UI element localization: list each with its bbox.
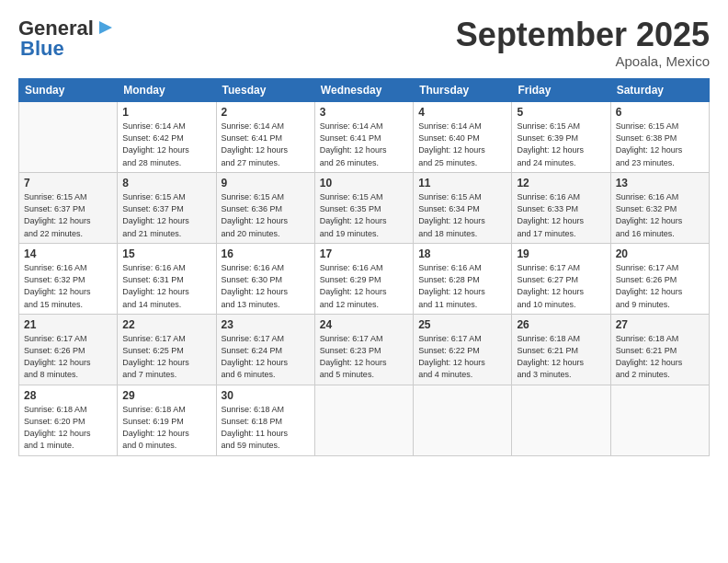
day-info: Sunrise: 6:14 AM Sunset: 6:42 PM Dayligh… (122, 121, 210, 168)
calendar-cell: 22Sunrise: 6:17 AM Sunset: 6:25 PM Dayli… (118, 314, 216, 385)
day-info: Sunrise: 6:16 AM Sunset: 6:33 PM Dayligh… (517, 191, 605, 239)
day-info: Sunrise: 6:18 AM Sunset: 6:20 PM Dayligh… (24, 404, 112, 452)
day-number: 24 (320, 317, 408, 333)
calendar-cell: 15Sunrise: 6:16 AM Sunset: 6:31 PM Dayli… (118, 243, 216, 314)
calendar-cell: 7Sunrise: 6:15 AM Sunset: 6:37 PM Daylig… (19, 172, 118, 243)
day-number: 2 (222, 105, 310, 121)
day-info: Sunrise: 6:15 AM Sunset: 6:37 PM Dayligh… (24, 191, 112, 239)
day-info: Sunrise: 6:15 AM Sunset: 6:34 PM Dayligh… (418, 191, 506, 239)
day-info: Sunrise: 6:16 AM Sunset: 6:30 PM Dayligh… (222, 262, 310, 310)
calendar-cell (314, 385, 413, 455)
calendar-cell: 10Sunrise: 6:15 AM Sunset: 6:35 PM Dayli… (314, 172, 413, 243)
day-number: 8 (122, 176, 210, 191)
calendar-body: 1Sunrise: 6:14 AM Sunset: 6:42 PM Daylig… (19, 101, 710, 455)
day-info: Sunrise: 6:16 AM Sunset: 6:32 PM Dayligh… (616, 191, 704, 239)
day-info: Sunrise: 6:17 AM Sunset: 6:26 PM Dayligh… (616, 262, 704, 310)
calendar-cell: 23Sunrise: 6:17 AM Sunset: 6:24 PM Dayli… (216, 314, 314, 385)
day-info: Sunrise: 6:14 AM Sunset: 6:41 PM Dayligh… (222, 121, 310, 168)
calendar-cell: 17Sunrise: 6:16 AM Sunset: 6:29 PM Dayli… (314, 243, 413, 314)
day-number: 9 (222, 176, 310, 191)
calendar-cell: 28Sunrise: 6:18 AM Sunset: 6:20 PM Dayli… (19, 385, 118, 455)
day-number: 23 (222, 317, 310, 333)
col-header-monday: Monday (118, 78, 216, 101)
calendar-cell: 3Sunrise: 6:14 AM Sunset: 6:41 PM Daylig… (314, 101, 413, 172)
day-number: 11 (418, 176, 506, 191)
day-info: Sunrise: 6:17 AM Sunset: 6:24 PM Dayligh… (222, 333, 310, 381)
day-number: 25 (418, 317, 506, 333)
logo: General Blue (18, 17, 116, 61)
calendar-cell: 9Sunrise: 6:15 AM Sunset: 6:36 PM Daylig… (216, 172, 314, 243)
calendar-cell: 19Sunrise: 6:17 AM Sunset: 6:27 PM Dayli… (512, 243, 610, 314)
col-header-tuesday: Tuesday (216, 78, 314, 101)
page: General Blue September 2025 Apoala, Mexi… (0, 0, 728, 563)
day-info: Sunrise: 6:18 AM Sunset: 6:18 PM Dayligh… (222, 404, 310, 452)
location-title: Apoala, Mexico (456, 53, 710, 69)
day-info: Sunrise: 6:18 AM Sunset: 6:19 PM Dayligh… (122, 404, 210, 452)
day-number: 14 (24, 247, 112, 262)
calendar-week-row: 7Sunrise: 6:15 AM Sunset: 6:37 PM Daylig… (19, 172, 710, 243)
day-info: Sunrise: 6:15 AM Sunset: 6:37 PM Dayligh… (122, 191, 210, 239)
calendar-cell: 11Sunrise: 6:15 AM Sunset: 6:34 PM Dayli… (414, 172, 512, 243)
day-number: 22 (122, 317, 210, 333)
calendar-cell: 16Sunrise: 6:16 AM Sunset: 6:30 PM Dayli… (216, 243, 314, 314)
calendar-cell (610, 385, 709, 455)
calendar-cell: 25Sunrise: 6:17 AM Sunset: 6:22 PM Dayli… (414, 314, 512, 385)
calendar-cell (19, 101, 118, 172)
day-number: 26 (517, 317, 605, 333)
calendar-cell: 4Sunrise: 6:14 AM Sunset: 6:40 PM Daylig… (414, 101, 512, 172)
day-info: Sunrise: 6:16 AM Sunset: 6:31 PM Dayligh… (122, 262, 210, 310)
day-number: 16 (222, 247, 310, 262)
day-number: 4 (418, 105, 506, 121)
calendar-cell: 24Sunrise: 6:17 AM Sunset: 6:23 PM Dayli… (314, 314, 413, 385)
day-number: 21 (24, 317, 112, 333)
calendar-cell: 30Sunrise: 6:18 AM Sunset: 6:18 PM Dayli… (216, 385, 314, 455)
calendar-header-row: SundayMondayTuesdayWednesdayThursdayFrid… (19, 78, 710, 101)
day-info: Sunrise: 6:18 AM Sunset: 6:21 PM Dayligh… (616, 333, 704, 381)
calendar-cell: 14Sunrise: 6:16 AM Sunset: 6:32 PM Dayli… (19, 243, 118, 314)
calendar-cell: 2Sunrise: 6:14 AM Sunset: 6:41 PM Daylig… (216, 101, 314, 172)
calendar-cell: 18Sunrise: 6:16 AM Sunset: 6:28 PM Dayli… (414, 243, 512, 314)
day-number: 28 (24, 388, 112, 404)
day-info: Sunrise: 6:15 AM Sunset: 6:39 PM Dayligh… (517, 121, 605, 168)
day-number: 10 (320, 176, 408, 191)
calendar-cell: 1Sunrise: 6:14 AM Sunset: 6:42 PM Daylig… (118, 101, 216, 172)
day-number: 6 (616, 105, 704, 121)
calendar-cell: 13Sunrise: 6:16 AM Sunset: 6:32 PM Dayli… (610, 172, 709, 243)
calendar-cell: 29Sunrise: 6:18 AM Sunset: 6:19 PM Dayli… (118, 385, 216, 455)
col-header-thursday: Thursday (414, 78, 512, 101)
calendar-week-row: 21Sunrise: 6:17 AM Sunset: 6:26 PM Dayli… (19, 314, 710, 385)
calendar-week-row: 14Sunrise: 6:16 AM Sunset: 6:32 PM Dayli… (19, 243, 710, 314)
day-number: 17 (320, 247, 408, 262)
day-info: Sunrise: 6:15 AM Sunset: 6:36 PM Dayligh… (222, 191, 310, 239)
header: General Blue September 2025 Apoala, Mexi… (18, 17, 710, 69)
calendar-week-row: 1Sunrise: 6:14 AM Sunset: 6:42 PM Daylig… (19, 101, 710, 172)
calendar-cell: 20Sunrise: 6:17 AM Sunset: 6:26 PM Dayli… (610, 243, 709, 314)
day-info: Sunrise: 6:17 AM Sunset: 6:22 PM Dayligh… (418, 333, 506, 381)
day-number: 19 (517, 247, 605, 262)
calendar-cell: 5Sunrise: 6:15 AM Sunset: 6:39 PM Daylig… (512, 101, 610, 172)
month-title: September 2025 (456, 17, 710, 53)
day-info: Sunrise: 6:18 AM Sunset: 6:21 PM Dayligh… (517, 333, 605, 381)
day-number: 7 (24, 176, 112, 191)
day-info: Sunrise: 6:17 AM Sunset: 6:23 PM Dayligh… (320, 333, 408, 381)
day-number: 29 (122, 388, 210, 404)
day-number: 18 (418, 247, 506, 262)
day-info: Sunrise: 6:15 AM Sunset: 6:38 PM Dayligh… (616, 121, 704, 168)
day-info: Sunrise: 6:16 AM Sunset: 6:32 PM Dayligh… (24, 262, 112, 310)
day-number: 20 (616, 247, 704, 262)
day-info: Sunrise: 6:17 AM Sunset: 6:26 PM Dayligh… (24, 333, 112, 381)
day-number: 3 (320, 105, 408, 121)
day-number: 12 (517, 176, 605, 191)
logo-icon (96, 17, 116, 38)
day-info: Sunrise: 6:16 AM Sunset: 6:29 PM Dayligh… (320, 262, 408, 310)
day-number: 1 (122, 105, 210, 121)
svg-marker-0 (99, 21, 112, 34)
calendar-cell: 6Sunrise: 6:15 AM Sunset: 6:38 PM Daylig… (610, 101, 709, 172)
day-info: Sunrise: 6:17 AM Sunset: 6:25 PM Dayligh… (122, 333, 210, 381)
calendar-cell (414, 385, 512, 455)
calendar-cell: 12Sunrise: 6:16 AM Sunset: 6:33 PM Dayli… (512, 172, 610, 243)
day-number: 15 (122, 247, 210, 262)
day-info: Sunrise: 6:14 AM Sunset: 6:41 PM Dayligh… (320, 121, 408, 168)
day-number: 27 (616, 317, 704, 333)
day-number: 30 (222, 388, 310, 404)
